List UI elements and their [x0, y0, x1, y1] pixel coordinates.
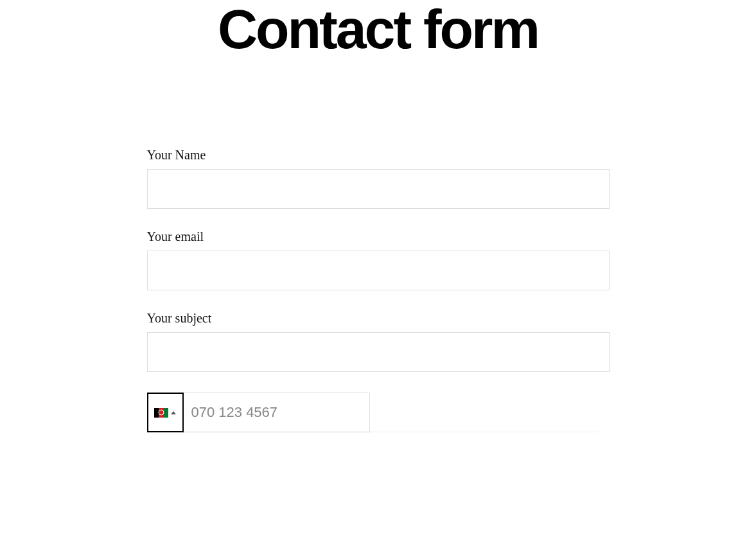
page-title: Contact form: [0, 0, 756, 58]
email-input[interactable]: [147, 251, 610, 290]
email-label: Your email: [147, 229, 610, 244]
name-field: Your Name: [147, 148, 610, 209]
name-input[interactable]: [147, 169, 610, 209]
country-select-button[interactable]: [147, 393, 184, 432]
phone-input[interactable]: [184, 393, 370, 432]
name-label: Your Name: [147, 148, 610, 163]
subject-field: Your subject: [147, 311, 610, 372]
subject-label: Your subject: [147, 311, 610, 326]
subject-input[interactable]: [147, 332, 610, 372]
flag-afghanistan-icon: [154, 408, 168, 418]
chevron-up-icon: [171, 411, 176, 414]
contact-form: Your Name Your email Your subject Afghan…: [147, 148, 610, 432]
email-field: Your email: [147, 229, 610, 290]
phone-field: Afghanistan (افغانستان) +93 Albania (Shq…: [147, 393, 610, 432]
